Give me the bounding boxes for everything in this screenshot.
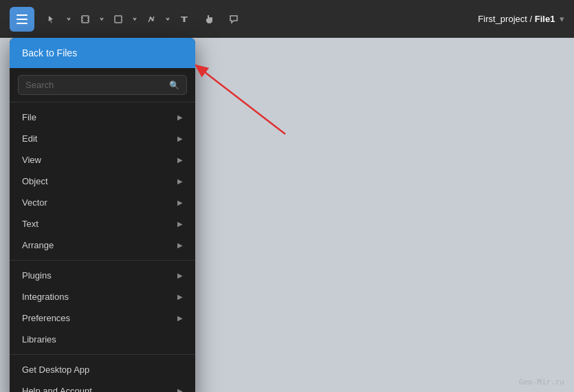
menu-item-desktop-app-label: Get Desktop App xyxy=(22,364,89,375)
menu-item-plugins[interactable]: Plugins ▶ xyxy=(10,265,195,286)
breadcrumb-separator: / xyxy=(530,14,535,24)
menu-item-edit-label: Edit xyxy=(22,133,37,144)
menu-item-arrange-label: Arrange xyxy=(22,240,54,250)
comment-tool[interactable] xyxy=(223,8,245,30)
menu-item-file-label: File xyxy=(22,112,36,122)
frame-dropdown-arrow xyxy=(99,15,104,23)
tool-dropdown-arrow xyxy=(66,15,71,23)
menu-item-text-label: Text xyxy=(22,219,38,229)
hamburger-icon xyxy=(16,14,27,24)
arrow-icon: ▶ xyxy=(177,113,183,121)
menu-item-vector-label: Vector xyxy=(22,197,47,208)
arrow-icon: ▶ xyxy=(177,387,183,392)
back-to-files-button[interactable]: Back to Files xyxy=(10,38,195,68)
pen-tool[interactable] xyxy=(140,8,162,30)
move-tool[interactable] xyxy=(41,8,63,30)
menu-item-preferences[interactable]: Preferences ▶ xyxy=(10,307,195,329)
search-input[interactable] xyxy=(25,80,165,90)
arrow-icon: ▶ xyxy=(177,220,183,228)
menu-item-object-label: Object xyxy=(22,176,48,186)
menu-item-edit[interactable]: Edit ▶ xyxy=(10,128,195,149)
file-breadcrumb: First_project / File1 ▾ xyxy=(478,14,564,24)
arrow-icon: ▶ xyxy=(177,314,183,322)
arrow-icon: ▶ xyxy=(177,177,183,185)
file-name: File1 xyxy=(535,14,558,24)
menu-item-libraries-label: Libraries xyxy=(22,334,56,345)
frame-tool[interactable] xyxy=(74,8,96,30)
svg-rect-0 xyxy=(82,16,89,23)
menu-item-integrations[interactable]: Integrations ▶ xyxy=(10,286,195,307)
search-icon: 🔍 xyxy=(169,80,179,90)
arrow-icon: ▶ xyxy=(177,272,183,279)
search-container: 🔍 xyxy=(10,68,195,102)
canvas-area: Back to Files 🔍 File ▶ Edit ▶ View ▶ xyxy=(0,38,574,392)
main-dropdown-menu: Back to Files 🔍 File ▶ Edit ▶ View ▶ xyxy=(10,38,195,392)
arrow-icon: ▶ xyxy=(177,241,183,249)
svg-point-6 xyxy=(150,17,151,19)
menu-section-plugins: Plugins ▶ Integrations ▶ Preferences ▶ L… xyxy=(10,261,195,355)
toolbar: First_project / File1 ▾ xyxy=(0,0,574,38)
arrow-icon: ▶ xyxy=(177,156,183,164)
menu-item-arrange[interactable]: Arrange ▶ xyxy=(10,235,195,256)
menu-section-help: Get Desktop App Help and Account ▶ xyxy=(10,355,195,392)
menu-item-help-account-label: Help and Account xyxy=(22,386,92,392)
pen-dropdown-arrow xyxy=(165,15,170,23)
menu-item-help-account[interactable]: Help and Account ▶ xyxy=(10,380,195,392)
menu-item-libraries[interactable]: Libraries xyxy=(10,329,195,350)
menu-item-object[interactable]: Object ▶ xyxy=(10,171,195,192)
search-box: 🔍 xyxy=(18,75,187,95)
svg-line-9 xyxy=(196,65,285,134)
svg-point-7 xyxy=(152,19,153,21)
file-dropdown-arrow[interactable]: ▾ xyxy=(560,14,564,24)
menu-item-text[interactable]: Text ▶ xyxy=(10,213,195,235)
arrow-icon: ▶ xyxy=(177,293,183,301)
menu-button[interactable] xyxy=(10,7,34,32)
menu-item-plugins-label: Plugins xyxy=(22,270,52,281)
arrow-icon: ▶ xyxy=(177,135,183,142)
menu-item-view[interactable]: View ▶ xyxy=(10,149,195,171)
back-to-files-label: Back to Files xyxy=(22,47,77,58)
menu-item-file[interactable]: File ▶ xyxy=(10,107,195,128)
menu-item-desktop-app[interactable]: Get Desktop App xyxy=(10,359,195,380)
menu-item-view-label: View xyxy=(22,155,41,165)
menu-section-main: File ▶ Edit ▶ View ▶ Object ▶ Vector ▶ T… xyxy=(10,102,195,261)
watermark: Geo-Mir.ru xyxy=(519,378,564,386)
hand-tool[interactable] xyxy=(198,8,220,30)
toolbar-tools xyxy=(41,8,245,30)
text-tool[interactable] xyxy=(173,8,195,30)
project-name: First_project xyxy=(478,14,527,24)
menu-item-preferences-label: Preferences xyxy=(22,313,70,323)
menu-item-vector[interactable]: Vector ▶ xyxy=(10,192,195,213)
menu-item-integrations-label: Integrations xyxy=(22,292,69,302)
shape-tool[interactable] xyxy=(107,8,129,30)
arrow-icon: ▶ xyxy=(177,199,183,206)
svg-rect-5 xyxy=(115,16,122,23)
shape-dropdown-arrow xyxy=(132,15,137,23)
